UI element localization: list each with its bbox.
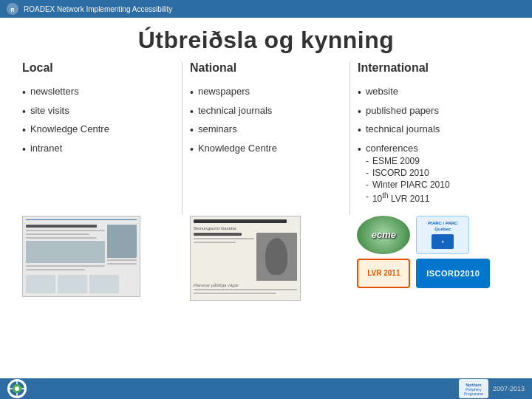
bottom-bar: Northern Periphery Programme 2007-2013 [0,378,532,399]
topbar-label: ROADEX Network Implementing Accessibilit… [24,5,172,13]
list-item: • conferences -ESME 2009 -ISCORD 2010 -W… [358,140,510,207]
list-item: •newsletters [22,83,174,103]
roadex-logo-small: R [6,2,19,16]
national-image-col: Stenungsund Gazette Planerar pålitliga v… [183,216,350,301]
piarc-logo: PIARC / PARCQuébec ♦ [416,216,469,254]
local-column: Local •newsletters •site visits •Knowled… [15,61,183,214]
date-label: 2007-2013 [493,385,525,392]
list-item: •published papers [358,103,510,122]
logos-row-bottom: LVR 2011 ISCORD2010 [357,259,490,288]
local-image-col [15,216,183,301]
national-header: National [190,61,342,78]
list-item: •website [358,83,510,103]
list-item: •newspapers [190,83,342,103]
images-row: Stenungsund Gazette Planerar pålitliga v… [0,216,532,301]
list-item: •Knowledge Centre [190,140,342,160]
list-item: -ISCORD 2010 [366,167,450,179]
svg-point-4 [15,386,19,391]
svg-text:Programme: Programme [464,392,483,396]
list-item: •intranet [22,140,174,160]
list-item: -ESME 2009 [366,155,450,167]
national-column: National •newspapers •technical journals… [183,61,350,214]
international-column: International •website •published papers… [350,61,517,214]
page-title: Útbreiðsla og kynning [0,18,532,61]
list-item: -10th LVR 2011 [366,191,450,205]
list-item: -Winter PIARC 2010 [366,179,450,191]
international-header: International [358,61,510,78]
newspaper-screenshot: Stenungsund Gazette Planerar pålitliga v… [190,216,301,301]
national-items: •newspapers •technical journals •seminar… [190,83,342,159]
list-item: •site visits [22,103,174,122]
esme-logo: ecme [357,216,410,254]
top-bar: R ROADEX Network Implementing Accessibil… [0,0,532,18]
northern-periphery-logo: Northern Periphery Programme 2007-2013 [459,379,525,398]
local-items: •newsletters •site visits •Knowledge Cen… [22,83,174,159]
roadex-bottom-logo [7,379,27,398]
international-items: •website •published papers •technical jo… [358,83,510,207]
svg-text:R: R [10,7,14,13]
content-columns: Local •newsletters •site visits •Knowled… [0,61,532,214]
list-item: •technical journals [190,103,342,122]
newsletter-screenshot [22,216,140,297]
logos-row-top: ecme PIARC / PARCQuébec ♦ [357,216,469,254]
local-header: Local [22,61,174,78]
lvr-logo: LVR 2011 [357,259,410,288]
list-item: •technical journals [358,121,510,140]
iscord-logo: ISCORD2010 [416,259,490,288]
list-item: •seminars [190,121,342,140]
conferences-sub-list: -ESME 2009 -ISCORD 2010 -Winter PIARC 20… [366,155,450,205]
logos-col: ecme PIARC / PARCQuébec ♦ LVR 2011 ISCOR… [349,216,517,301]
list-item: •Knowledge Centre [22,121,174,140]
